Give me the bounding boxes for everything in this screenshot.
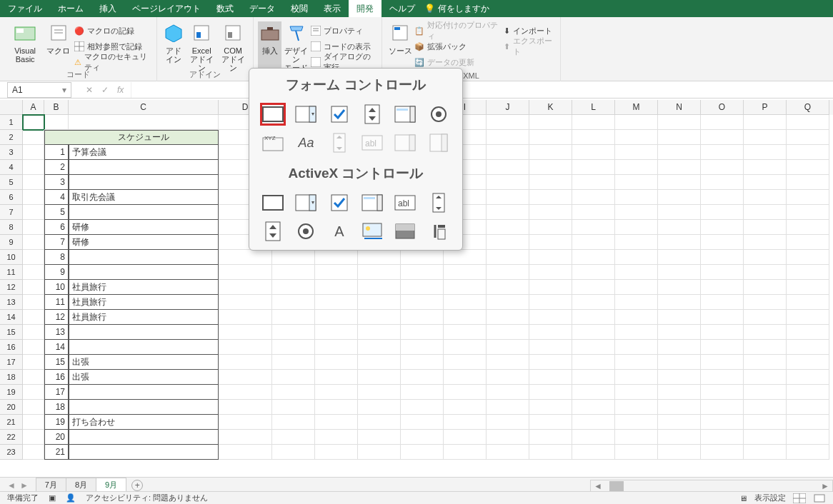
cell[interactable]	[315, 340, 358, 355]
cell[interactable]	[69, 340, 219, 355]
cell[interactable]: 社員旅行	[69, 295, 219, 310]
row-header[interactable]: 15	[0, 325, 23, 340]
cell[interactable]	[529, 325, 572, 340]
sheet-nav-next-icon[interactable]: ►	[20, 480, 29, 490]
cell[interactable]	[23, 325, 44, 340]
view-pagelayout-icon[interactable]	[813, 493, 826, 503]
export-button[interactable]: ⬆ エクスポート	[504, 39, 556, 54]
cell[interactable]: 10	[44, 280, 69, 295]
cell[interactable]	[401, 310, 444, 325]
cell[interactable]	[787, 280, 829, 295]
cell[interactable]	[23, 190, 44, 205]
form-combobox-control[interactable]	[293, 103, 319, 126]
form-textfield-control[interactable]: abl	[359, 131, 385, 154]
cell[interactable]	[658, 220, 701, 235]
cell[interactable]	[401, 355, 444, 370]
cell[interactable]	[658, 430, 701, 445]
cell[interactable]: 出張	[69, 370, 219, 385]
row-header[interactable]: 10	[0, 250, 23, 265]
cell[interactable]	[219, 370, 272, 385]
cell[interactable]	[44, 115, 69, 130]
tell-me[interactable]: 💡 何をしますか	[424, 3, 489, 15]
form-checkbox-control[interactable]	[326, 103, 352, 126]
row-header[interactable]: 4	[0, 160, 23, 175]
cell[interactable]	[701, 130, 744, 145]
cell[interactable]	[572, 310, 615, 325]
cell[interactable]	[444, 400, 487, 415]
cell[interactable]	[272, 325, 315, 340]
cell[interactable]	[787, 265, 829, 280]
cell[interactable]	[787, 175, 829, 190]
fx-icon[interactable]: fx	[117, 85, 124, 95]
activex-listbox-control[interactable]	[359, 191, 385, 214]
cell[interactable]: 17	[44, 385, 69, 400]
display-settings-icon[interactable]: 🖥	[739, 494, 747, 503]
cell[interactable]	[529, 250, 572, 265]
ribbon-tab-挿入[interactable]: 挿入	[91, 0, 124, 17]
cell[interactable]	[487, 310, 529, 325]
cell[interactable]: 16	[44, 370, 69, 385]
activex-image-control[interactable]	[359, 220, 385, 243]
cell[interactable]: 打ち合わせ	[69, 415, 219, 430]
cell[interactable]	[219, 355, 272, 370]
column-header-O[interactable]: O	[701, 100, 744, 115]
cell[interactable]: 研修	[69, 220, 219, 235]
cell[interactable]	[529, 115, 572, 130]
form-combo-list-control[interactable]	[392, 131, 418, 154]
column-header-Q[interactable]: Q	[787, 100, 829, 115]
cell[interactable]	[23, 430, 44, 445]
com-addin-button[interactable]: COM アドイン	[217, 21, 249, 73]
column-header-L[interactable]: L	[572, 100, 615, 115]
form-spinner-control[interactable]	[359, 103, 385, 126]
cell[interactable]	[572, 115, 615, 130]
cell[interactable]	[529, 340, 572, 355]
cell[interactable]	[615, 280, 658, 295]
cell[interactable]	[23, 340, 44, 355]
cell[interactable]	[744, 145, 787, 160]
cell[interactable]	[529, 160, 572, 175]
ribbon-tab-数式[interactable]: 数式	[209, 0, 241, 17]
cell[interactable]	[701, 265, 744, 280]
cell[interactable]	[701, 145, 744, 160]
name-box[interactable]: A1 ▾	[7, 82, 71, 98]
cell[interactable]	[615, 310, 658, 325]
cell[interactable]	[615, 340, 658, 355]
cell[interactable]	[701, 385, 744, 400]
row-header[interactable]: 6	[0, 190, 23, 205]
cell[interactable]	[272, 355, 315, 370]
cell[interactable]	[529, 190, 572, 205]
cell[interactable]	[315, 445, 358, 460]
cell[interactable]	[23, 145, 44, 160]
cell[interactable]	[615, 205, 658, 220]
cell[interactable]	[658, 295, 701, 310]
cell[interactable]	[23, 175, 44, 190]
cell[interactable]	[358, 280, 401, 295]
cell[interactable]	[701, 430, 744, 445]
cell[interactable]	[615, 175, 658, 190]
cell[interactable]	[315, 295, 358, 310]
cell[interactable]	[744, 415, 787, 430]
cell[interactable]	[701, 445, 744, 460]
cell[interactable]	[701, 325, 744, 340]
cell[interactable]	[23, 415, 44, 430]
ribbon-tab-ページレイアウト[interactable]: ページレイアウト	[124, 0, 209, 17]
cell[interactable]	[358, 340, 401, 355]
cell[interactable]	[744, 385, 787, 400]
column-header-K[interactable]: K	[529, 100, 572, 115]
cell[interactable]	[444, 355, 487, 370]
cell[interactable]	[315, 265, 358, 280]
cell[interactable]	[787, 220, 829, 235]
cell[interactable]	[701, 235, 744, 250]
cell[interactable]	[658, 160, 701, 175]
cell[interactable]	[744, 205, 787, 220]
cell[interactable]: 4	[44, 190, 69, 205]
cell[interactable]	[401, 265, 444, 280]
form-optionbutton-control[interactable]	[426, 103, 452, 126]
cell[interactable]	[701, 205, 744, 220]
cell[interactable]	[358, 265, 401, 280]
cell[interactable]	[358, 355, 401, 370]
cell[interactable]	[658, 175, 701, 190]
cell[interactable]	[572, 250, 615, 265]
cell[interactable]	[23, 280, 44, 295]
cell[interactable]	[444, 265, 487, 280]
